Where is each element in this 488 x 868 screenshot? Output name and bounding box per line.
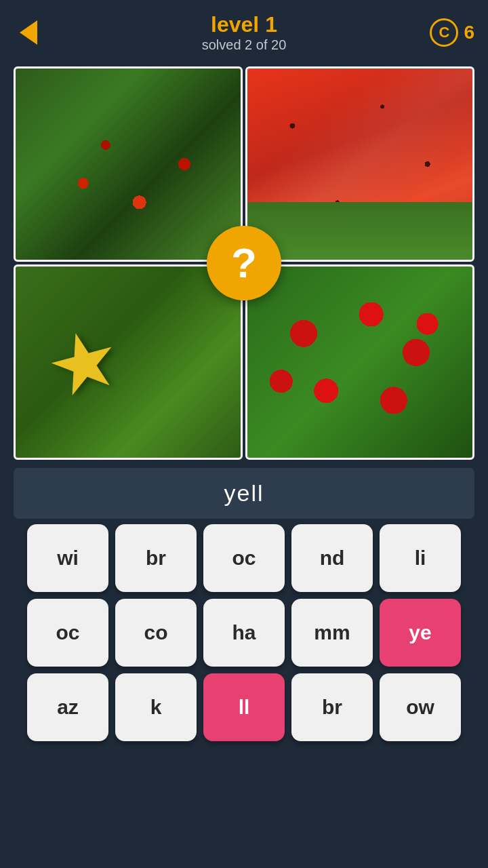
- coins-block: C 6: [430, 18, 474, 47]
- key-btn-ha-1-2[interactable]: ha: [203, 599, 285, 667]
- key-btn-nd-0-3[interactable]: nd: [291, 524, 373, 592]
- header: level 1 solved 2 of 20 C 6: [0, 0, 488, 60]
- key-btn-ye-1-4[interactable]: ye: [380, 599, 461, 667]
- back-button[interactable]: [14, 18, 43, 47]
- answer-text: yell: [27, 480, 461, 507]
- key-btn-ll-2-2[interactable]: ll: [203, 673, 285, 741]
- image-watermelon: [245, 66, 474, 262]
- level-title: level 1: [202, 12, 287, 37]
- image-strawberry: [14, 66, 243, 262]
- key-btn-co-1-1[interactable]: co: [115, 599, 197, 667]
- key-btn-wi-0-0[interactable]: wi: [27, 524, 108, 592]
- keyboard: wibrocndlioccohammyeazkllbrow: [14, 524, 474, 741]
- key-btn-br-2-3[interactable]: br: [291, 673, 373, 741]
- key-btn-li-0-4[interactable]: li: [380, 524, 461, 592]
- key-btn-az-2-0[interactable]: az: [27, 673, 108, 741]
- question-circle[interactable]: ?: [207, 226, 281, 300]
- key-btn-oc-1-0[interactable]: oc: [27, 599, 108, 667]
- question-mark: ?: [231, 242, 257, 284]
- key-row-1: occohammye: [14, 599, 474, 667]
- key-btn-oc-0-2[interactable]: oc: [203, 524, 285, 592]
- solved-text: solved 2 of 20: [202, 37, 287, 53]
- back-arrow-icon: [20, 20, 37, 45]
- answer-bar: yell: [14, 468, 474, 519]
- key-btn-br-0-1[interactable]: br: [115, 524, 197, 592]
- key-btn-mm-1-3[interactable]: mm: [291, 599, 373, 667]
- coin-count: 6: [464, 22, 474, 43]
- coin-icon: C: [430, 18, 458, 47]
- image-cherries: [245, 264, 474, 460]
- key-row-0: wibrocndli: [14, 524, 474, 592]
- image-starfruit: [14, 264, 243, 460]
- key-row-2: azkllbrow: [14, 673, 474, 741]
- image-grid: ?: [14, 66, 474, 460]
- key-btn-k-2-1[interactable]: k: [115, 673, 197, 741]
- key-btn-ow-2-4[interactable]: ow: [380, 673, 461, 741]
- title-block: level 1 solved 2 of 20: [202, 12, 287, 53]
